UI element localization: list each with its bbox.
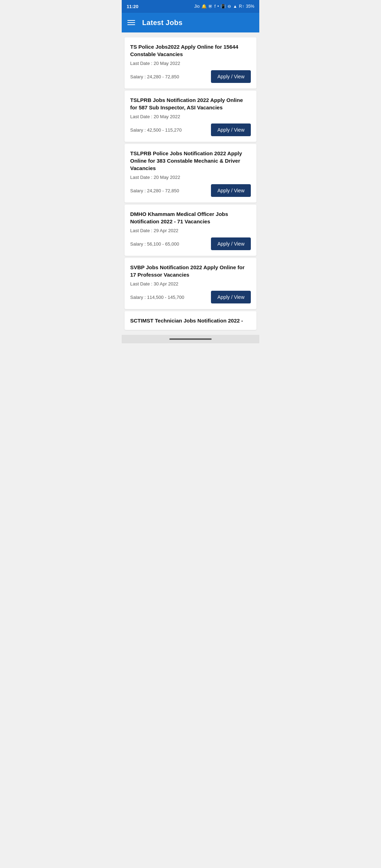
job-footer-3: Salary : 24,280 - 72,850Apply / View — [130, 184, 251, 197]
job-title-1: TS Police Jobs2022 Apply Online for 1564… — [130, 43, 251, 58]
signal-icon: R↑ — [239, 4, 244, 9]
job-card-3: TSLPRB Police Jobs Notification 2022 App… — [125, 144, 256, 203]
status-time: 11:20 — [127, 4, 138, 9]
jio-icon: Jio — [194, 4, 200, 9]
job-card-5: SVBP Jobs Notification 2022 Apply Online… — [125, 258, 256, 309]
apply-view-button-1[interactable]: Apply / View — [211, 70, 251, 83]
facebook-icon: f — [214, 4, 216, 9]
job-date-1: Last Date : 20 May 2022 — [130, 61, 251, 66]
job-footer-1: Salary : 24,280 - 72,850Apply / View — [130, 70, 251, 83]
app-title: Latest Jobs — [142, 19, 182, 27]
bottom-bar — [122, 335, 259, 343]
status-bar: 11:20 Jio 🔔 ⛨ f • 📳 ⊖ ▲ R↑ 35% — [122, 0, 259, 13]
apply-view-button-3[interactable]: Apply / View — [211, 184, 251, 197]
job-card-1: TS Police Jobs2022 Apply Online for 1564… — [125, 37, 256, 89]
status-icons: Jio 🔔 ⛨ f • 📳 ⊖ ▲ R↑ 35% — [194, 4, 254, 9]
job-footer-5: Salary : 114,500 - 145,700Apply / View — [130, 291, 251, 303]
job-title-5: SVBP Jobs Notification 2022 Apply Online… — [130, 264, 251, 278]
dnd-icon: ⊖ — [228, 4, 231, 9]
wifi-icon: ▲ — [233, 4, 237, 9]
job-card-4: DMHO Khammam Medical Officer Jobs Notifi… — [125, 205, 256, 256]
job-title-3: TSLPRB Police Jobs Notification 2022 App… — [130, 150, 251, 172]
vpn-icon: ⛨ — [208, 4, 213, 9]
job-date-4: Last Date : 29 Apr 2022 — [130, 228, 251, 233]
apply-view-button-2[interactable]: Apply / View — [211, 123, 251, 136]
job-footer-4: Salary : 56,100 - 65,000Apply / View — [130, 237, 251, 250]
dot-icon: • — [217, 4, 219, 9]
job-title-6: SCTIMST Technician Jobs Notification 202… — [130, 317, 251, 324]
job-date-2: Last Date : 20 May 2022 — [130, 114, 251, 119]
menu-button[interactable] — [127, 20, 135, 25]
apply-view-button-4[interactable]: Apply / View — [211, 237, 251, 250]
job-salary-2: Salary : 42,500 - 115,270 — [130, 127, 182, 133]
job-card-2: TSLPRB Jobs Notification 2022 Apply Onli… — [125, 91, 256, 142]
job-title-2: TSLPRB Jobs Notification 2022 Apply Onli… — [130, 96, 251, 111]
job-date-3: Last Date : 20 May 2022 — [130, 175, 251, 180]
vibrate-icon: 📳 — [220, 4, 226, 9]
notification-icon: 🔔 — [201, 4, 207, 9]
job-salary-5: Salary : 114,500 - 145,700 — [130, 295, 184, 300]
app-bar: Latest Jobs — [122, 13, 259, 32]
job-list: TS Police Jobs2022 Apply Online for 1564… — [122, 32, 259, 335]
job-footer-2: Salary : 42,500 - 115,270Apply / View — [130, 123, 251, 136]
job-salary-1: Salary : 24,280 - 72,850 — [130, 74, 179, 79]
job-title-4: DMHO Khammam Medical Officer Jobs Notifi… — [130, 210, 251, 225]
bottom-home-indicator — [169, 338, 212, 340]
battery-icon: 35% — [246, 4, 254, 9]
job-date-5: Last Date : 30 Apr 2022 — [130, 281, 251, 287]
job-salary-3: Salary : 24,280 - 72,850 — [130, 188, 179, 193]
job-card-6: SCTIMST Technician Jobs Notification 202… — [125, 311, 256, 330]
job-salary-4: Salary : 56,100 - 65,000 — [130, 241, 179, 247]
apply-view-button-5[interactable]: Apply / View — [211, 291, 251, 303]
